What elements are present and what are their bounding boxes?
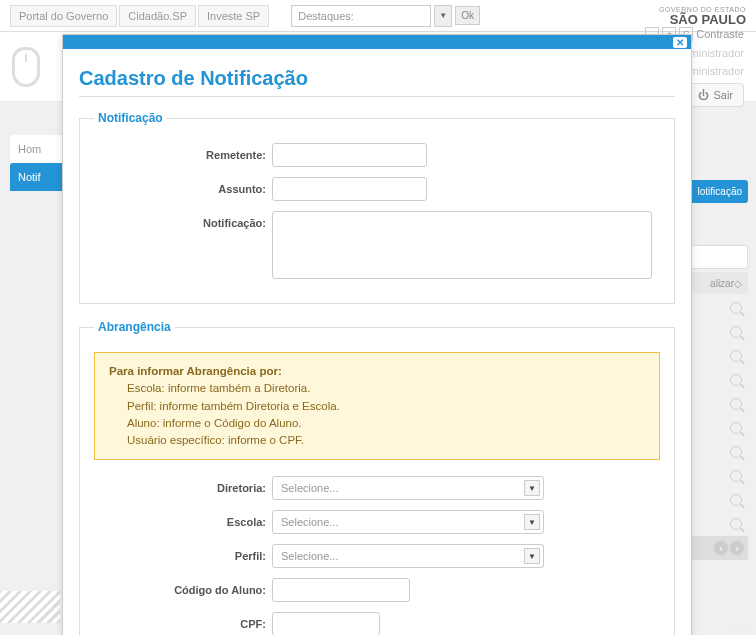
cpf-input[interactable] xyxy=(272,612,380,635)
chevron-down-icon: ▼ xyxy=(524,480,540,496)
cpf-label: CPF: xyxy=(94,612,272,630)
close-icon[interactable]: ✕ xyxy=(673,37,687,48)
notificacao-label: Notificação: xyxy=(94,211,272,229)
info-aluno: Aluno: informe o Código do Aluno. xyxy=(127,415,645,432)
diretoria-label: Diretoria: xyxy=(94,476,272,494)
abrangencia-legend: Abrangência xyxy=(94,320,175,334)
chevron-down-icon: ▼ xyxy=(524,514,540,530)
notificacao-fieldset: Notificação Remetente: Assunto: Notifica… xyxy=(79,111,675,304)
perfil-label: Perfil: xyxy=(94,544,272,562)
escola-label: Escola: xyxy=(94,510,272,528)
diretoria-select[interactable]: Selecione... ▼ xyxy=(272,476,544,500)
perfil-select[interactable]: Selecione... ▼ xyxy=(272,544,544,568)
info-usuario: Usuário específico: informe o CPF. xyxy=(127,432,645,449)
notificacao-legend: Notificação xyxy=(94,111,167,125)
info-heading: Para informar Abrangência por: xyxy=(109,365,282,377)
remetente-input[interactable] xyxy=(272,143,427,167)
info-perfil: Perfil: informe também Diretoria e Escol… xyxy=(127,398,645,415)
escola-select[interactable]: Selecione... ▼ xyxy=(272,510,544,534)
abrangencia-fieldset: Abrangência Para informar Abrangência po… xyxy=(79,320,675,635)
assunto-label: Assunto: xyxy=(94,177,272,195)
perfil-selected-value: Selecione... xyxy=(281,550,338,562)
codigo-aluno-label: Código do Aluno: xyxy=(94,578,272,596)
chevron-down-icon: ▼ xyxy=(524,548,540,564)
assunto-input[interactable] xyxy=(272,177,427,201)
modal-title-bar: ✕ xyxy=(63,35,691,49)
remetente-label: Remetente: xyxy=(94,143,272,161)
cadastro-notificacao-modal: ✕ Cadastro de Notificação Notificação Re… xyxy=(62,34,692,635)
info-escola: Escola: informe também a Diretoria. xyxy=(127,380,645,397)
escola-selected-value: Selecione... xyxy=(281,516,338,528)
diretoria-selected-value: Selecione... xyxy=(281,482,338,494)
modal-title: Cadastro de Notificação xyxy=(79,67,675,97)
abrangencia-info-box: Para informar Abrangência por: Escola: i… xyxy=(94,352,660,460)
codigo-aluno-input[interactable] xyxy=(272,578,410,602)
notificacao-textarea[interactable] xyxy=(272,211,652,279)
